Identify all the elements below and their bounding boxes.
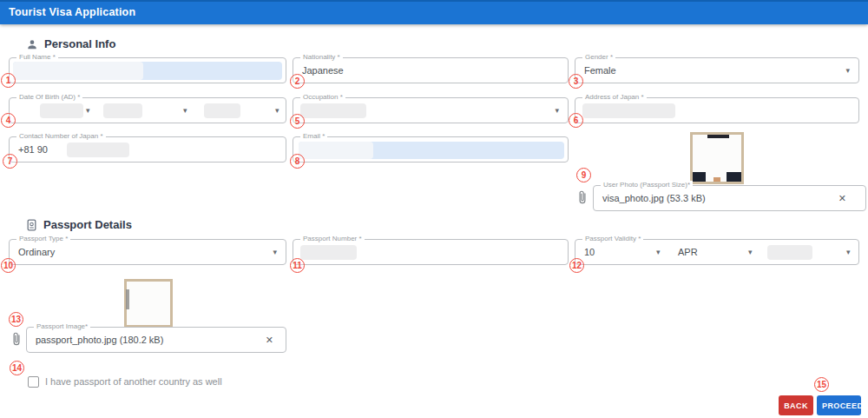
passport-icon: [26, 219, 37, 231]
section-personal-info: Personal Info: [26, 37, 115, 50]
photo-detail: [126, 289, 129, 309]
photo-detail: [707, 135, 729, 138]
chevron-down-icon: ▾: [183, 106, 187, 115]
annotation-12: 12: [569, 258, 584, 273]
section-title: Passport Details: [43, 218, 132, 231]
occupation-select[interactable]: Occupation * ▾: [293, 97, 569, 123]
annotation-13: 13: [9, 312, 23, 327]
validity-years-select[interactable]: 10 ▾: [575, 240, 669, 264]
dob-month-select[interactable]: ▾: [96, 98, 192, 123]
validity-month-select[interactable]: APR ▾: [669, 240, 760, 264]
validity-month-value: APR: [678, 247, 698, 257]
user-photo-upload-field[interactable]: User Photo (Passport Size)* visa_photo.j…: [593, 185, 866, 211]
chevron-down-icon: ▾: [656, 248, 661, 256]
attachment-icon[interactable]: [10, 331, 23, 348]
chevron-down-icon: ▾: [273, 248, 277, 256]
field-label: Full Name *: [16, 53, 58, 61]
photo-detail: [727, 172, 741, 182]
dob-day-select[interactable]: ▾: [192, 98, 287, 123]
annotation-3: 3: [569, 74, 583, 89]
page-title: Tourist Visa Application: [0, 2, 868, 23]
annotation-15: 15: [814, 377, 829, 392]
full-name-field[interactable]: Full Name *: [9, 57, 286, 83]
annotation-11: 11: [290, 258, 305, 273]
chevron-down-icon: ▾: [275, 106, 279, 115]
passport-type-value: Ordinary: [18, 247, 55, 257]
gender-value: Female: [584, 65, 616, 76]
annotation-7: 7: [3, 154, 17, 169]
field-label: User Photo (Passport Size)*: [601, 181, 693, 189]
passport-validity-field: Passport Validity * 10 ▾ APR ▾ ▾: [575, 239, 859, 265]
nationality-field[interactable]: Nationality * Japanese: [293, 57, 569, 83]
chevron-down-icon: ▾: [845, 66, 850, 75]
field-label: Occupation *: [300, 93, 345, 101]
address-of-japan-field[interactable]: Address of Japan *: [575, 97, 859, 123]
field-label: Email *: [300, 132, 327, 140]
app-header: Tourist Visa Application: [0, 0, 868, 24]
chevron-down-icon: ▾: [748, 248, 753, 256]
date-of-birth-field: Date Of Birth (AD) * ▾ ▾ ▾: [9, 97, 286, 123]
gender-select[interactable]: Gender * Female ▾: [575, 57, 859, 83]
user-photo-filename: visa_photo.jpg (53.3 kB): [602, 193, 706, 203]
proceed-button[interactable]: PROCEED: [817, 395, 861, 415]
person-icon: [26, 38, 38, 50]
redacted-value: [300, 103, 366, 118]
email-field[interactable]: Email *: [293, 136, 569, 163]
annotation-9: 9: [576, 168, 591, 182]
passport-number-field[interactable]: Passport Number *: [293, 239, 569, 265]
close-icon[interactable]: ✕: [266, 335, 273, 346]
field-label: Address of Japan *: [582, 93, 647, 101]
annotation-6: 6: [569, 113, 583, 128]
validity-year-select[interactable]: ▾: [760, 240, 860, 264]
annotation-2: 2: [290, 74, 305, 89]
close-icon[interactable]: ✕: [838, 193, 846, 204]
other-passport-checkbox-label: I have passport of another country as we…: [45, 376, 222, 387]
section-title: Personal Info: [44, 37, 115, 50]
tourist-visa-application-page: Tourist Visa Application Personal Info F…: [0, 0, 868, 418]
photo-detail: [713, 177, 721, 182]
chevron-down-icon: ▾: [555, 106, 559, 115]
photo-detail: [693, 172, 706, 182]
field-label: Gender *: [582, 53, 615, 61]
annotation-4: 4: [1, 113, 16, 128]
redacted-value: [204, 103, 240, 118]
field-label: Passport Image*: [34, 322, 90, 330]
contact-number-field[interactable]: Contact Number of Japan * +81 90: [9, 136, 286, 163]
validity-years-value: 10: [584, 247, 595, 257]
annotation-14: 14: [10, 361, 24, 375]
redacted-value: [13, 62, 143, 80]
passport-image-upload-field[interactable]: Passport Image* passport_photo.jpg (180.…: [26, 327, 286, 353]
back-button[interactable]: BACK: [779, 395, 813, 415]
chevron-down-icon: ▾: [86, 106, 90, 115]
annotation-5: 5: [290, 114, 305, 129]
passport-image-filename: passport_photo.jpg (180.2 kB): [36, 335, 163, 345]
chevron-down-icon: ▾: [846, 248, 851, 256]
attachment-icon[interactable]: [576, 189, 589, 206]
field-label: Contact Number of Japan *: [16, 132, 106, 140]
redacted-value: [67, 143, 129, 157]
passport-type-select[interactable]: Passport Type * Ordinary ▾: [9, 239, 286, 265]
field-label: Passport Type *: [16, 235, 70, 242]
field-label: Passport Number *: [300, 235, 365, 242]
section-passport-details: Passport Details: [26, 218, 132, 231]
redacted-value: [767, 245, 812, 260]
annotation-10: 10: [1, 258, 16, 273]
nationality-value: Japanese: [302, 65, 344, 76]
other-passport-checkbox[interactable]: [28, 376, 39, 388]
annotation-1: 1: [1, 73, 16, 88]
user-photo-preview: [690, 132, 744, 184]
redacted-value: [299, 142, 373, 159]
dob-year-select[interactable]: ▾: [10, 98, 96, 123]
redacted-value: [40, 103, 83, 118]
redacted-value: [300, 245, 357, 260]
annotation-8: 8: [290, 154, 305, 169]
passport-image-preview: [124, 279, 173, 328]
redacted-value: [103, 103, 142, 118]
contact-value: +81 90: [18, 144, 48, 155]
redacted-value: [582, 103, 675, 118]
field-label: Nationality *: [300, 53, 343, 61]
